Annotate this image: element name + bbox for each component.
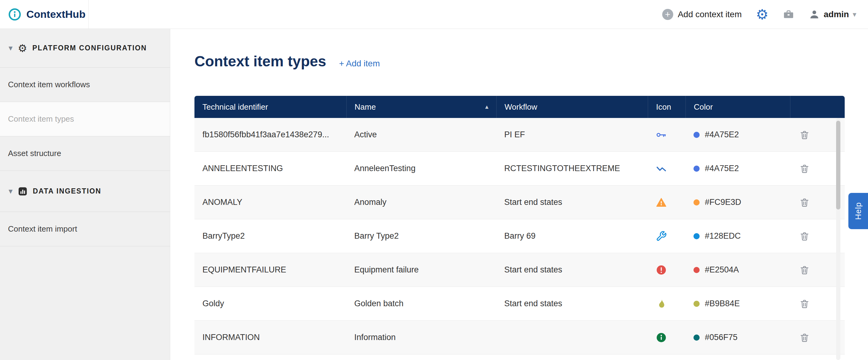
color-hex: #B9B84E	[705, 299, 740, 308]
delete-button[interactable]	[798, 264, 811, 276]
delete-button[interactable]	[798, 196, 811, 209]
delete-button[interactable]	[798, 162, 811, 175]
cell-color: #E2504A	[685, 253, 790, 286]
bar-chart-icon	[18, 187, 28, 196]
cell-color: #B9B84E	[685, 287, 790, 321]
main-content: Context item types + Add item Technical …	[170, 29, 868, 360]
cell-technical-identifier: INFORMATION	[194, 321, 346, 354]
sidebar-item-asset-structure[interactable]: Asset structure	[0, 136, 170, 171]
sidebar-item-context-item-types[interactable]: Context item types	[0, 102, 170, 136]
help-tab-label: Help	[854, 202, 863, 220]
add-context-item-label: Add context item	[678, 9, 742, 19]
wrench-icon	[656, 231, 667, 242]
cell-workflow: Start end states	[496, 186, 648, 219]
delete-button[interactable]	[798, 297, 811, 310]
cell-name: Golden batch	[346, 287, 496, 321]
cell-color: #4A75E2	[685, 152, 790, 185]
username: admin	[824, 9, 849, 19]
table-row[interactable]: INFORMATION Information #056F75	[194, 321, 845, 355]
cell-name: Information	[346, 321, 496, 354]
cell-name: Anomaly	[346, 186, 496, 219]
color-dot	[693, 267, 700, 273]
cell-name: Barry Type2	[346, 219, 496, 253]
table-body: fb1580f56fbb41f3aa7e1438e279... Active P…	[194, 118, 845, 355]
table-row[interactable]: BarryType2 Barry Type2 Barry 69 #128EDC	[194, 219, 845, 253]
cell-workflow: Start end states	[496, 253, 648, 286]
cell-technical-identifier: fb1580f56fbb41f3aa7e1438e279...	[194, 118, 346, 151]
sidebar: ▾ ⚙ PLATFORM CONFIGURATION Context item …	[0, 29, 170, 360]
color-hex: #128EDC	[705, 231, 741, 241]
color-hex: #E2504A	[705, 265, 739, 275]
cell-name: AnneleenTesting	[346, 152, 496, 185]
color-hex: #056F75	[705, 333, 738, 342]
cell-color: #128EDC	[685, 219, 790, 253]
add-item-link[interactable]: + Add item	[339, 59, 380, 68]
warning-icon	[656, 197, 667, 208]
chevron-down-icon: ▾	[852, 10, 856, 19]
brand-logo[interactable]: ContextHub	[0, 0, 89, 29]
gear-icon: ⚙	[18, 43, 27, 53]
table-scrollbar-thumb[interactable]	[836, 121, 840, 210]
color-dot	[693, 233, 700, 239]
sidebar-section-platform-configuration[interactable]: ▾ ⚙ PLATFORM CONFIGURATION	[0, 29, 170, 67]
cell-color: #FC9E3D	[685, 186, 790, 219]
table-row[interactable]: ANNELEENTESTING AnneleenTesting RCTESTIN…	[194, 152, 845, 186]
table-row[interactable]: ANOMALY Anomaly Start end states #FC9E3D	[194, 186, 845, 219]
color-dot	[693, 301, 700, 307]
color-hex: #4A75E2	[705, 164, 739, 173]
cell-color: #056F75	[685, 321, 790, 354]
color-dot	[693, 166, 700, 172]
context-item-types-table: Technical identifier Name ▲ Workflow Ico…	[194, 96, 845, 360]
column-header-name[interactable]: Name ▲	[346, 96, 496, 118]
column-header-actions	[790, 96, 845, 118]
delete-button[interactable]	[798, 331, 811, 344]
error-icon	[656, 265, 667, 276]
table-header: Technical identifier Name ▲ Workflow Ico…	[194, 96, 845, 118]
table-row[interactable]: fb1580f56fbb41f3aa7e1438e279... Active P…	[194, 118, 845, 152]
user-avatar-icon	[809, 9, 820, 20]
cell-name: Active	[346, 118, 496, 151]
column-header-technical-identifier[interactable]: Technical identifier	[194, 96, 346, 118]
sidebar-item-context-item-import[interactable]: Context item import	[0, 212, 170, 246]
cell-technical-identifier: EQUIPMENTFAILURE	[194, 253, 346, 286]
cell-color: #4A75E2	[685, 118, 790, 151]
delete-button[interactable]	[798, 129, 811, 141]
key-icon	[656, 129, 667, 140]
app-title: ContextHub	[26, 8, 86, 20]
table-row[interactable]: Goldy Golden batch Start end states #B9B…	[194, 287, 845, 321]
color-hex: #4A75E2	[705, 130, 739, 139]
cell-technical-identifier: Goldy	[194, 287, 346, 321]
topbar: ContextHub + Add context item ⚙ admin ▾	[0, 0, 868, 29]
cell-workflow: Barry 69	[496, 219, 648, 253]
cell-technical-identifier: BarryType2	[194, 219, 346, 253]
table-row[interactable]: EQUIPMENTFAILURE Equipment failure Start…	[194, 253, 845, 287]
cell-technical-identifier: ANNELEENTESTING	[194, 152, 346, 185]
page-header: Context item types + Add item	[194, 53, 380, 70]
help-tab[interactable]: Help	[848, 193, 868, 229]
section-label: DATA INGESTION	[33, 187, 101, 195]
color-hex: #FC9E3D	[705, 197, 741, 207]
settings-gear-icon[interactable]: ⚙	[756, 7, 768, 22]
toolbox-icon[interactable]	[782, 8, 795, 21]
add-context-item-button[interactable]: + Add context item	[662, 9, 742, 20]
chevron-down-icon: ▾	[8, 43, 12, 53]
page-title: Context item types	[194, 53, 326, 70]
cell-workflow: RCTESTINGTOTHEEXTREME	[496, 152, 648, 185]
sidebar-item-context-item-workflows[interactable]: Context item workflows	[0, 67, 170, 102]
delete-button[interactable]	[798, 230, 811, 243]
color-dot	[693, 334, 700, 341]
cell-workflow	[496, 321, 648, 354]
cell-workflow: Start end states	[496, 287, 648, 321]
column-header-icon[interactable]: Icon	[648, 96, 685, 118]
cell-technical-identifier: ANOMALY	[194, 186, 346, 219]
pulse-icon	[656, 163, 667, 174]
column-header-color[interactable]: Color	[685, 96, 790, 118]
user-menu[interactable]: admin ▾	[809, 9, 856, 20]
sidebar-section-data-ingestion[interactable]: ▾ DATA INGESTION	[0, 171, 170, 212]
color-dot	[693, 132, 700, 138]
table-scrollbar-track[interactable]	[836, 118, 840, 360]
cell-name: Equipment failure	[346, 253, 496, 286]
cell-workflow: PI EF	[496, 118, 648, 151]
sort-ascending-icon: ▲	[484, 104, 490, 110]
column-header-workflow[interactable]: Workflow	[496, 96, 648, 118]
